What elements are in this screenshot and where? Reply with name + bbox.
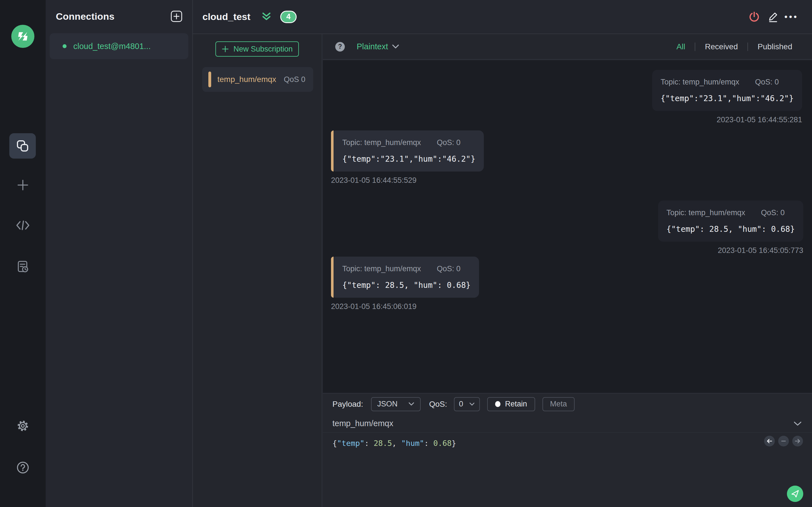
retain-label: Retain xyxy=(505,400,527,408)
qos-label: QoS: xyxy=(429,400,447,409)
subscription-topic: temp_hum/emqx xyxy=(217,75,284,84)
message-qos: QoS: 0 xyxy=(761,209,784,217)
message-card[interactable]: Topic: temp_hum/emqx QoS: 0 {"temp":"23.… xyxy=(331,130,484,172)
payload-format-value: JSON xyxy=(377,400,398,408)
arrow-right-icon xyxy=(795,439,801,444)
payload-editor[interactable]: {"temp": 28.5, "hum": 0.68} xyxy=(323,433,812,454)
sidebar-item-script[interactable] xyxy=(0,212,46,239)
collapse-publish-chevron-icon[interactable] xyxy=(794,421,802,426)
payload-format-help-icon[interactable]: ? xyxy=(335,42,345,52)
message-filter-tabs: All Received Published xyxy=(667,42,802,51)
more-options-button[interactable]: ••• xyxy=(782,8,801,25)
payload-token: "hum" xyxy=(401,439,424,448)
send-plane-icon xyxy=(791,490,799,498)
payload-format-select[interactable]: JSON xyxy=(371,397,421,411)
message-color-bar xyxy=(331,130,334,172)
history-clear-button[interactable] xyxy=(778,436,789,446)
message-payload: {"temp": 28.5, "hum": 0.68} xyxy=(342,281,470,290)
chevron-down-icon[interactable] xyxy=(392,44,399,49)
message-payload: {"temp":"23.1","hum":"46.2"} xyxy=(661,94,794,103)
connection-status-dot xyxy=(63,44,66,48)
publish-toolbar: Payload: JSON QoS: 0 Retain xyxy=(323,393,812,414)
payload-format-label: Payload: xyxy=(333,400,363,409)
tab-published[interactable]: Published xyxy=(748,42,802,51)
message-timestamp: 2023-01-05 16:45:06:019 xyxy=(331,302,416,311)
message-color-bar xyxy=(331,257,334,298)
payload-token: : xyxy=(424,439,434,448)
meta-button[interactable]: Meta xyxy=(543,397,574,411)
payload-token: 0.68 xyxy=(434,439,452,448)
message-received: Topic: temp_hum/emqx QoS: 0 {"temp": 28.… xyxy=(331,257,479,311)
message-qos: QoS: 0 xyxy=(437,138,460,147)
subscription-item[interactable]: temp_hum/emqx QoS 0 xyxy=(202,67,313,92)
tab-all[interactable]: All xyxy=(667,42,695,51)
message-topic: Topic: temp_hum/emqx xyxy=(342,265,421,273)
chevron-down-icon xyxy=(408,402,414,406)
topic-input[interactable]: temp_hum/emqx xyxy=(333,419,794,428)
log-icon xyxy=(16,260,30,274)
qos-select[interactable]: 0 xyxy=(454,397,480,411)
sidebar-item-connections[interactable] xyxy=(9,133,36,159)
messages-pane: ? Plaintext All Received Published Topic… xyxy=(323,34,812,507)
history-forward-button[interactable] xyxy=(792,436,803,446)
power-icon xyxy=(748,11,760,23)
retain-dot-icon xyxy=(495,401,500,407)
main-area: cloud_test 4 ••• xyxy=(192,0,812,507)
message-card[interactable]: Topic: temp_hum/emqx QoS: 0 {"temp":"23.… xyxy=(652,70,802,111)
mqttx-logo xyxy=(11,25,35,48)
connection-list-item[interactable]: cloud_test@m4801... xyxy=(50,33,188,59)
sidebar-item-log[interactable] xyxy=(0,253,46,280)
connections-title: Connections xyxy=(56,11,114,22)
gear-icon xyxy=(16,419,30,433)
retain-toggle[interactable]: Retain xyxy=(487,397,535,411)
new-subscription-label: New Subscription xyxy=(234,45,293,54)
message-history-nav xyxy=(764,436,803,446)
plus-icon xyxy=(173,13,180,19)
subscription-color-bar xyxy=(208,71,211,87)
meta-label: Meta xyxy=(550,400,567,408)
message-topic: Topic: temp_hum/emqx xyxy=(342,138,421,147)
message-card[interactable]: Topic: temp_hum/emqx QoS: 0 {"temp": 28.… xyxy=(658,201,803,242)
view-format-select[interactable]: Plaintext xyxy=(357,42,388,51)
connections-icon xyxy=(16,139,29,153)
connections-panel: Connections cloud_test@m4801... xyxy=(46,0,192,507)
message-card[interactable]: Topic: temp_hum/emqx QoS: 0 {"temp": 28.… xyxy=(331,257,479,298)
message-topic: Topic: temp_hum/emqx xyxy=(666,209,745,217)
message-timestamp: 2023-01-05 16:44:55:529 xyxy=(331,176,416,185)
collapse-connection-button[interactable] xyxy=(261,12,272,22)
connection-name: cloud_test@m4801... xyxy=(73,42,151,51)
message-timestamp: 2023-01-05 16:44:55:281 xyxy=(717,115,802,124)
message-payload: {"temp": 28.5, "hum": 0.68} xyxy=(666,224,795,234)
message-topic: Topic: temp_hum/emqx xyxy=(661,78,739,87)
payload-token: 28.5 xyxy=(373,439,392,448)
message-timestamp: 2023-01-05 16:45:05:773 xyxy=(718,246,803,255)
message-qos: QoS: 0 xyxy=(755,78,779,87)
subscription-qos: QoS 0 xyxy=(284,75,305,84)
message-published: Topic: temp_hum/emqx QoS: 0 {"temp":"23.… xyxy=(652,70,802,124)
message-payload: {"temp":"23.1","hum":"46.2"} xyxy=(342,154,475,164)
history-back-button[interactable] xyxy=(764,436,775,446)
send-button[interactable] xyxy=(787,486,803,502)
message-published: Topic: temp_hum/emqx QoS: 0 {"temp": 28.… xyxy=(658,201,803,255)
add-connection-button[interactable] xyxy=(171,11,182,22)
payload-token: { xyxy=(333,439,337,448)
topic-input-row: temp_hum/emqx xyxy=(323,414,812,433)
mqttx-logo-icon xyxy=(15,29,30,44)
tab-received[interactable]: Received xyxy=(695,42,748,51)
payload-token: , xyxy=(392,439,401,448)
connection-header: cloud_test 4 ••• xyxy=(193,0,812,34)
payload-token: : xyxy=(364,439,374,448)
new-subscription-button[interactable]: New Subscription xyxy=(215,41,299,57)
settings-button[interactable] xyxy=(0,412,46,439)
code-icon xyxy=(16,219,30,231)
sidebar-item-new-connection[interactable] xyxy=(0,172,46,199)
edit-connection-button[interactable] xyxy=(763,8,782,25)
minus-icon xyxy=(781,439,786,444)
message-list[interactable]: Topic: temp_hum/emqx QoS: 0 {"temp":"23.… xyxy=(323,60,812,393)
help-icon xyxy=(16,461,30,474)
help-button[interactable] xyxy=(0,454,46,481)
subscriptions-column: New Subscription temp_hum/emqx QoS 0 xyxy=(193,34,322,507)
chevron-down-icon xyxy=(469,402,475,406)
payload-token: } xyxy=(452,439,456,448)
disconnect-button[interactable] xyxy=(745,8,763,25)
